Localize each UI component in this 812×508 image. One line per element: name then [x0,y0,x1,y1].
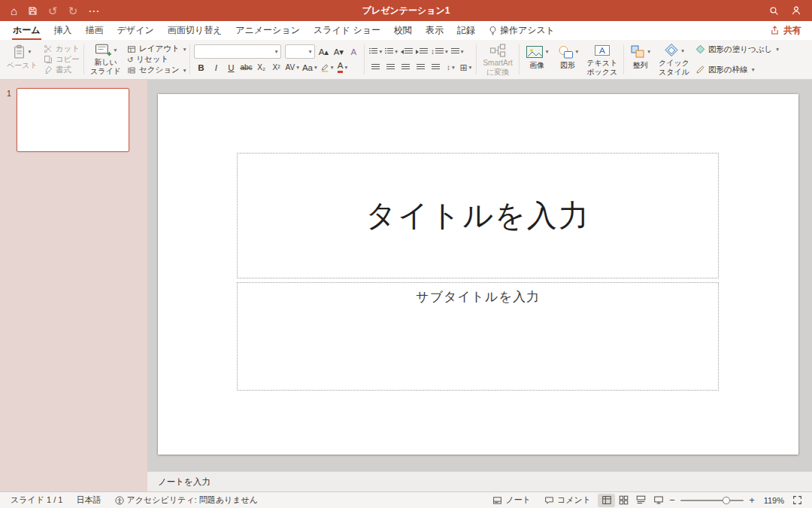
tab-draw[interactable]: 描画 [79,21,111,40]
tab-animations[interactable]: アニメーション [229,21,307,40]
font-color-dropdown-icon: ▾ [344,64,347,71]
superscript-button[interactable]: X² [270,61,283,75]
tab-review-label: 校閲 [394,24,412,37]
subscript-button[interactable]: X₂ [255,61,268,75]
copy-icon [44,55,53,64]
font-size-combo[interactable]: ▾ [285,44,315,59]
arrange-button[interactable]: ▾ 整列 [628,42,653,77]
justify-button[interactable] [414,61,427,75]
cut-button[interactable]: カット [44,44,80,54]
grow-font-button[interactable]: A▴ [317,45,330,59]
highlight-button[interactable]: ▾ [320,61,335,75]
view-normal-button[interactable] [598,494,615,507]
text-direction-icon [451,48,459,55]
section-button[interactable]: セクション ▾ [127,65,186,75]
search-icon[interactable] [769,6,779,16]
layout-icon [127,45,136,53]
quick-styles-button[interactable]: ▾ クイック スタイル [656,42,692,77]
layout-button[interactable]: レイアウト ▾ [127,44,186,54]
undo-icon[interactable]: ↺ [48,5,58,17]
slides-small-buttons: レイアウト ▾ ↺ リセット セクション ▾ [127,42,186,77]
tab-record[interactable]: 記録 [450,21,482,40]
fit-slide-to-window-button[interactable] [789,494,806,507]
tab-review[interactable]: 校閲 [387,21,419,40]
shape-fill-label: 図形の塗りつぶし [708,44,772,55]
subtitle-placeholder[interactable]: サブタイトルを入力 [237,282,719,391]
tab-insert[interactable]: 挿入 [47,21,79,40]
view-notes-page-button[interactable] [632,494,650,507]
align-left-icon [371,64,380,71]
language-indicator[interactable]: 日本語 [70,494,108,506]
clear-formatting-button[interactable]: A [347,45,360,59]
strikethrough-button[interactable]: abc [239,61,253,75]
comments-toggle[interactable]: コメント [538,494,598,506]
picture-button[interactable]: ▾ 画像 [523,42,551,77]
title-placeholder[interactable]: タイトルを入力 [237,153,719,278]
tab-design[interactable]: デザイン [111,21,161,40]
underline-button[interactable]: U [224,61,238,75]
shape-fill-button[interactable]: 図形の塗りつぶし ▾ [695,44,779,55]
slide[interactable]: タイトルを入力 サブタイトルを入力 [158,94,798,455]
font-color-button[interactable]: A▾ [336,61,350,75]
distribute-icon [432,64,440,71]
zoom-level[interactable]: 119% [759,496,784,505]
account-icon[interactable] [791,5,801,16]
notes-toggle[interactable]: ノート [486,494,538,506]
accessibility-status[interactable]: アクセシビリティ: 問題ありません [108,494,265,506]
convert-to-table-button[interactable]: ⊞▾ [459,61,472,75]
workspace: 1 タイトルを入力 サブタイトルを入力 ノートを入力 [0,80,812,491]
share-button[interactable]: 共有 [759,21,812,40]
copy-button[interactable]: コピー [44,54,80,65]
slide-thumbnail-selected[interactable] [17,88,129,152]
text-direction-button[interactable]: ▾ [450,45,465,59]
redo-icon[interactable]: ↻ [68,5,78,17]
tab-slideshow[interactable]: スライド ショー [307,21,387,40]
zoom-in-button[interactable]: + [747,494,757,506]
align-left-button[interactable] [368,61,382,75]
view-slide-sorter-button[interactable] [615,494,632,507]
line-spacing-button[interactable]: ↕▾ [430,45,449,59]
text-box-button[interactable]: テキスト ボックス [584,42,620,77]
font-color-glyph: A [338,62,344,73]
paste-button[interactable]: ▾ ペースト [5,42,40,77]
align-center-button[interactable] [383,61,397,75]
ribbon-divider [519,44,520,75]
shape-outline-button[interactable]: 図形の枠線 ▾ [695,64,779,75]
tab-view[interactable]: 表示 [419,21,450,40]
bullets-button[interactable]: ▾ [368,45,383,59]
shape-fill-dropdown-icon: ▾ [776,46,779,53]
italic-button[interactable]: I [209,61,223,75]
align-text-button[interactable]: ↕▾ [444,61,457,75]
decrease-indent-button[interactable] [400,45,414,59]
tab-home[interactable]: ホーム [6,21,47,40]
character-spacing-button[interactable]: AV▾ [285,61,300,75]
editor-canvas: タイトルを入力 サブタイトルを入力 ノートを入力 [147,80,812,491]
distribute-button[interactable] [429,61,442,75]
increase-indent-button[interactable] [415,45,429,59]
picture-label: 画像 [529,61,544,70]
font-name-combo[interactable]: ▾ [194,44,281,59]
align-right-button[interactable] [398,61,412,75]
subtitle-placeholder-text: サブタイトルを入力 [416,288,540,306]
zoom-slider[interactable] [680,494,744,506]
ribbon-tabbar: ホーム 挿入 描画 デザイン 画面切り替え アニメーション スライド ショー 校… [0,21,812,40]
format-painter-button[interactable]: 書式 [44,65,80,75]
home-icon[interactable]: ⌂ [11,5,17,17]
zoom-slider-knob[interactable] [723,497,730,504]
shapes-button[interactable]: ▾ 図形 [555,42,581,77]
notes-pane[interactable]: ノートを入力 [147,471,812,491]
change-case-button[interactable]: Aa▾ [301,61,318,75]
save-icon[interactable] [28,6,38,16]
view-slideshow-button[interactable] [650,494,667,507]
new-slide-button[interactable]: ▾ 新しい スライド [88,42,123,77]
smartart-button[interactable]: SmartArt に変換 [480,42,514,77]
shrink-font-button[interactable]: A▾ [332,45,345,59]
more-commands-icon[interactable]: ⋯ [88,5,99,17]
tab-assistant[interactable]: 操作アシスト [482,21,562,40]
zoom-out-button[interactable]: − [667,494,677,506]
font-group: ▾ ▾ A▴ A▾ A B I U abc X₂ X² AV▾ Aa▾ ▾ A▾ [194,42,360,77]
tab-transitions[interactable]: 画面切り替え [161,21,229,40]
bold-button[interactable]: B [194,61,208,75]
numbering-button[interactable]: ▾ [384,45,398,59]
reset-button[interactable]: ↺ リセット [127,54,186,65]
